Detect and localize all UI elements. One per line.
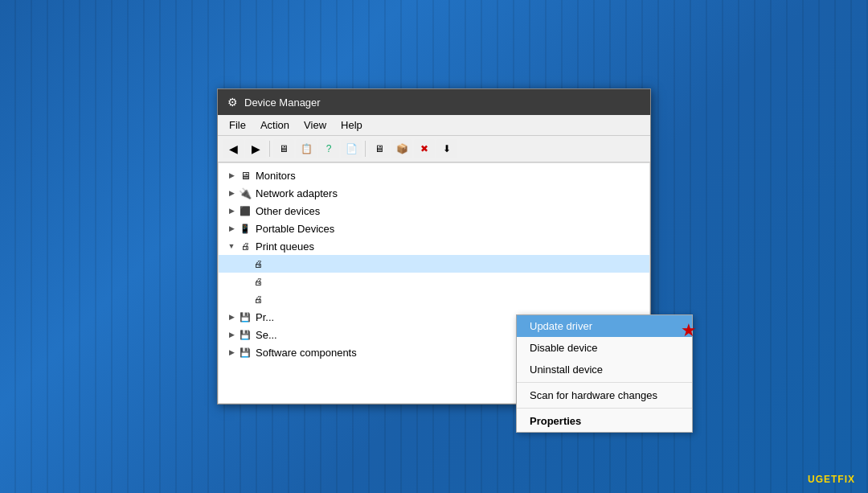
ctx-uninstall-device[interactable]: Uninstall device <box>517 359 692 380</box>
toolbar-separator-1 <box>269 141 270 157</box>
tree-label-software: Software components <box>256 347 357 359</box>
tree-item-print-queues[interactable]: ▼ 🖨 Print queues <box>219 237 649 255</box>
network-icon: 🔌 <box>238 187 252 199</box>
tree-item-other-devices[interactable]: ▶ ⬛ Other devices <box>219 202 649 220</box>
expand-icon: ▼ <box>225 240 238 253</box>
tree-item-portable[interactable]: ▶ 📱 Portable Devices <box>219 220 649 237</box>
title-bar-icon: ⚙ <box>227 96 238 109</box>
expand-spacer <box>238 275 251 288</box>
menu-view[interactable]: View <box>297 117 333 133</box>
expand-spacer <box>238 293 251 306</box>
expand-icon: ▶ <box>225 310 238 323</box>
tree-label-monitors: Monitors <box>256 170 296 182</box>
pr-icon: 💾 <box>238 310 252 323</box>
tree-item-print-sub1[interactable]: 🖨 <box>219 255 649 273</box>
ctx-properties-label: Properties <box>530 415 581 427</box>
ctx-properties[interactable]: Properties <box>517 410 692 432</box>
toolbar: ◀ ▶ 🖥 📋 ? 📄 🖥 📦 ✖ ⬇ <box>218 136 650 162</box>
forward-button[interactable]: ▶ <box>245 139 266 158</box>
expand-icon: ▶ <box>225 222 238 235</box>
remove-button[interactable]: ✖ <box>414 139 435 158</box>
tree-label-portable: Portable Devices <box>256 223 334 235</box>
back-button[interactable]: ◀ <box>223 139 244 158</box>
print-sub-icon3: 🖨 <box>251 293 265 306</box>
expand-icon: ▶ <box>225 169 238 182</box>
menu-action[interactable]: Action <box>254 117 296 133</box>
watermark-prefix: UG <box>808 474 824 485</box>
tree-label-pr: Pr... <box>256 311 274 323</box>
tree-label-other-devices: Other devices <box>256 205 320 217</box>
expand-icon: ▶ <box>225 187 238 199</box>
add-button[interactable]: 📦 <box>391 139 412 158</box>
ctx-uninstall-device-label: Uninstall device <box>530 364 603 376</box>
ctx-disable-device-label: Disable device <box>530 342 598 354</box>
menu-bar: File Action View Help <box>218 115 650 136</box>
print-sub-icon: 🖨 <box>251 257 265 270</box>
tree-item-print-sub2[interactable]: 🖨 <box>219 273 649 290</box>
scan-button[interactable]: ⬇ <box>436 139 457 158</box>
expand-icon: ▶ <box>225 328 238 341</box>
expand-icon: ▶ <box>225 204 238 217</box>
ctx-scan-hardware[interactable]: Scan for hardware changes <box>517 384 692 406</box>
print-sub-icon2: 🖨 <box>251 275 265 288</box>
menu-file[interactable]: File <box>223 117 252 133</box>
driver-button[interactable]: 📄 <box>341 139 362 158</box>
ctx-update-driver[interactable]: Update driver <box>517 315 692 337</box>
toolbar-separator-2 <box>365 141 366 157</box>
se-icon: 💾 <box>238 328 252 341</box>
print-icon: 🖨 <box>238 240 252 253</box>
ctx-disable-device[interactable]: Disable device <box>517 337 692 359</box>
ctx-update-driver-label: Update driver <box>530 320 592 332</box>
computer-button[interactable]: 🖥 <box>273 139 294 158</box>
expand-spacer <box>238 257 251 270</box>
tree-label-network: Network adapters <box>256 187 338 199</box>
ctx-separator-2 <box>517 408 692 409</box>
tree-label-se: Se... <box>256 329 277 341</box>
tree-item-print-sub3[interactable]: 🖨 <box>219 290 649 308</box>
ctx-scan-hardware-label: Scan for hardware changes <box>530 389 657 401</box>
monitor-icon: 🖥 <box>238 169 252 182</box>
software-icon: 💾 <box>238 346 252 359</box>
context-menu: Update driver Disable device Uninstall d… <box>516 314 693 433</box>
tree-item-monitors[interactable]: ▶ 🖥 Monitors <box>219 166 649 184</box>
display-button[interactable]: 🖥 <box>369 139 390 158</box>
help-button[interactable]: ? <box>318 139 339 158</box>
device-manager-window: ⚙ Device Manager File Action View Help ◀… <box>217 88 651 405</box>
other-device-icon: ⬛ <box>238 204 252 217</box>
watermark-suffix: FIX <box>837 474 855 485</box>
ctx-separator <box>517 382 692 383</box>
properties-button[interactable]: 📋 <box>296 139 317 158</box>
portable-icon: 📱 <box>238 222 252 235</box>
window-title: Device Manager <box>244 97 321 109</box>
title-bar: ⚙ Device Manager <box>218 89 650 115</box>
device-tree: ▶ 🖥 Monitors ▶ 🔌 Network adapters ▶ ⬛ Ot… <box>218 162 650 404</box>
watermark: UGETFIX <box>808 474 855 485</box>
tree-label-print-queues: Print queues <box>256 240 314 253</box>
watermark-highlight: ET <box>824 474 837 485</box>
expand-icon: ▶ <box>225 346 238 359</box>
menu-help[interactable]: Help <box>334 117 369 133</box>
tree-item-network[interactable]: ▶ 🔌 Network adapters <box>219 184 649 202</box>
